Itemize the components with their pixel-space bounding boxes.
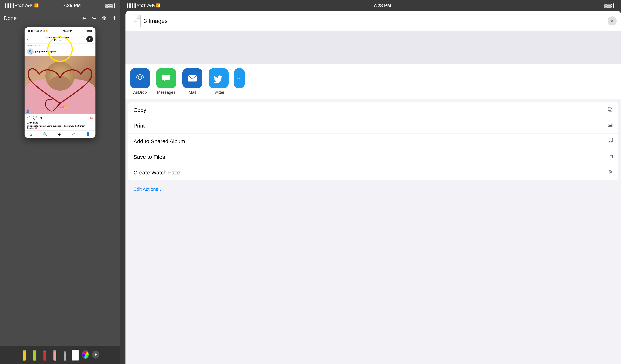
nav-center: PUPPIESOFINSTAGRAM Posts xyxy=(46,36,69,41)
copy-icon xyxy=(607,107,613,113)
twitter-icon xyxy=(208,68,229,88)
phone-nav: ‹ PUPPIESOFINSTAGRAM Posts ⬆ xyxy=(25,35,95,44)
add-to-shared-album-label: Add to Shared Album xyxy=(134,138,185,144)
left-toolbar: Done ↩ ↪ 🗑 ⬆ xyxy=(0,11,120,25)
phone-screen-container: ▐▐▐▐ AT&T Wi-Fi 📶 7:24 PM ▓▓▓▌ ‹ PUPPIES… xyxy=(0,25,120,364)
right-panel: ▐▐▐▐ AT&T Wi-Fi 📶 7:28 PM ▓▓▓ ▌ Done ↩ ↪… xyxy=(120,0,621,364)
left-status-bar: ▐▐▐▐ AT&T Wi-Fi 📶 7:25 PM ▓▓▓ ▌ xyxy=(0,0,120,11)
redo-icon[interactable]: ↪ xyxy=(92,15,96,21)
left-time: 7:25 PM xyxy=(63,3,81,8)
mail-icon xyxy=(182,68,202,88)
share-icon[interactable]: ⬆ xyxy=(112,15,116,21)
file-icon: 📄 xyxy=(130,15,141,27)
save-to-files-action[interactable]: Save to Files xyxy=(128,149,618,165)
add-tool[interactable]: + xyxy=(92,348,99,361)
share-sheet: 📄 3 Images ✕ AirDrop xyxy=(125,11,621,364)
add-icon[interactable]: ⊕ xyxy=(58,132,61,137)
post-username: puppiesofinstagram xyxy=(35,50,56,53)
phone-time: 7:24 PM xyxy=(63,30,72,32)
copy-action[interactable]: Copy xyxy=(128,102,618,118)
home-icon[interactable]: ⌂ xyxy=(30,132,32,137)
left-panel: ▐▐▐▐ AT&T Wi-Fi 📶 7:25 PM ▓▓▓ ▌ Done ↩ ↪… xyxy=(0,0,120,364)
phone-bottom-nav: ⌂ 🔍 ⊕ ♡ 👤 xyxy=(25,130,95,138)
edit-actions[interactable]: Edit Actions… xyxy=(128,183,618,196)
green-pen-tool[interactable] xyxy=(31,348,38,361)
share-apps-row: AirDrop Messages Mail xyxy=(125,64,621,99)
left-done-button[interactable]: Done xyxy=(4,15,17,21)
right-status-bar: ▐▐▐▐ AT&T Wi-Fi 📶 7:28 PM ▓▓▓ ▌ xyxy=(120,0,621,11)
phone-likes: 7,456 likes xyxy=(25,121,95,125)
left-toolbar-icons: ↩ ↪ 🗑 ⬆ xyxy=(82,15,116,21)
phone-signal: ▐▐▐▐ AT&T Wi-Fi 📶 xyxy=(27,30,48,32)
add-to-shared-album-action[interactable]: Add to Shared Album xyxy=(128,134,618,149)
shared-album-icon xyxy=(607,138,613,145)
person-tag-icon: 👤 xyxy=(26,109,30,113)
phone-post-actions: ♡ 💬 ✈ 🔖 xyxy=(25,114,95,121)
twitter-label: Twitter xyxy=(213,90,224,95)
messages-label: Messages xyxy=(157,90,175,95)
right-signal: ▐▐▐▐ AT&T Wi-Fi 📶 xyxy=(125,3,161,8)
avatar: 🐾 xyxy=(27,48,34,55)
share-actions: Copy Print xyxy=(125,99,621,364)
share-preview-area xyxy=(125,31,621,64)
profile-name: PUPPIESOFINSTAGRAM xyxy=(46,36,69,39)
phone-screen: ▐▐▐▐ AT&T Wi-Fi 📶 7:24 PM ▓▓▓▌ ‹ PUPPIES… xyxy=(25,27,95,138)
undo-icon[interactable]: ↩ xyxy=(82,15,86,21)
left-battery: ▓▓▓ ▌ xyxy=(105,3,116,8)
profile-icon[interactable]: 👤 xyxy=(86,132,90,137)
bookmark-icon[interactable]: 🔖 xyxy=(89,116,93,120)
mail-app[interactable]: Mail xyxy=(181,68,203,95)
messages-icon xyxy=(156,68,176,88)
airdrop-app[interactable]: AirDrop xyxy=(129,68,151,95)
share-sheet-title: 3 Images xyxy=(144,18,605,24)
red-pen-tool[interactable] xyxy=(41,348,48,361)
back-button[interactable]: ‹ xyxy=(27,37,28,41)
create-watch-face-label: Create Watch Face xyxy=(134,170,180,176)
like-icon[interactable]: ♡ xyxy=(27,116,30,120)
post-caption: So cute!!🤩 xyxy=(53,106,67,109)
svg-point-9 xyxy=(611,125,612,125)
phone-status-bar: ▐▐▐▐ AT&T Wi-Fi 📶 7:24 PM ▓▓▓▌ xyxy=(25,27,95,35)
more-app[interactable]: ··· xyxy=(234,68,245,95)
messages-app[interactable]: Messages xyxy=(155,68,177,95)
print-icon xyxy=(607,122,613,129)
copy-label: Copy xyxy=(134,107,146,113)
yellow-pen-tool[interactable] xyxy=(21,348,28,361)
share-sheet-close-button[interactable]: ✕ xyxy=(607,16,617,25)
phone-post-image: So cute!!🤩 👤 xyxy=(25,56,95,114)
print-action[interactable]: Print xyxy=(128,118,618,134)
phone-share-button[interactable]: ⬆ xyxy=(86,36,93,42)
left-signal: ▐▐▐▐ AT&T Wi-Fi 📶 xyxy=(4,3,39,8)
ruler-tool[interactable] xyxy=(72,348,79,361)
drawing-tools-bar: + xyxy=(0,346,120,364)
search-icon[interactable]: 🔍 xyxy=(43,132,47,137)
phone-post-header: 🐾 puppiesofinstagram xyxy=(25,47,95,56)
phone-caption: puppiesofinstagram Some cuddling to keep… xyxy=(25,125,95,130)
right-battery: ▓▓▓ ▌ xyxy=(604,3,616,8)
trash-icon[interactable]: 🗑 xyxy=(102,15,107,21)
watch-icon xyxy=(607,169,613,176)
color-wheel-tool[interactable] xyxy=(82,348,89,361)
phone-battery: ▓▓▓▌ xyxy=(86,30,93,32)
twitter-app[interactable]: Twitter xyxy=(208,68,229,95)
edit-actions-label: Edit Actions… xyxy=(134,187,163,192)
action-group-1: Copy Print xyxy=(128,102,618,180)
airdrop-label: AirDrop xyxy=(133,90,147,95)
print-label: Print xyxy=(134,123,145,129)
send-icon[interactable]: ✈ xyxy=(40,116,43,120)
save-to-files-label: Save to Files xyxy=(134,154,165,160)
svg-rect-6 xyxy=(608,107,611,111)
create-watch-face-action[interactable]: Create Watch Face xyxy=(128,165,618,180)
caption-text: puppiesofinstagram Some cuddling to keep… xyxy=(27,125,86,129)
comment-icon[interactable]: 💬 xyxy=(33,116,37,120)
folder-icon xyxy=(607,154,613,160)
right-time: 7:28 PM xyxy=(373,3,391,8)
pink-pen-tool[interactable] xyxy=(51,348,59,361)
heart-drawing xyxy=(25,56,95,114)
mail-label: Mail xyxy=(189,90,196,95)
heart-icon[interactable]: ♡ xyxy=(72,132,75,137)
gray-pen-tool[interactable] xyxy=(61,348,69,361)
phone-date: October 30, 2018 xyxy=(25,44,95,47)
posts-label: Posts xyxy=(54,39,61,41)
post-action-icons: ♡ 💬 ✈ xyxy=(27,116,43,120)
